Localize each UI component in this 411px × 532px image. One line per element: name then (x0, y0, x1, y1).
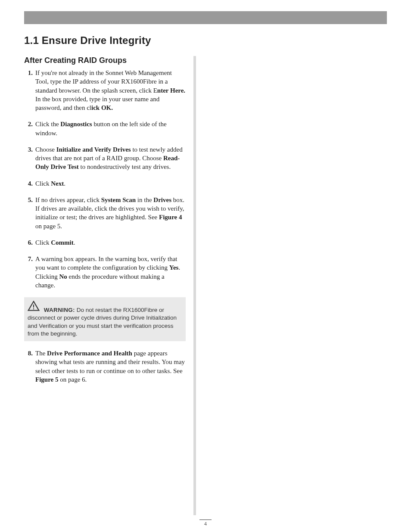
step-number: 6. (24, 238, 34, 247)
step-bold: System Scan (101, 196, 136, 203)
section-title: 1.1 Ensure Drive Integrity (24, 34, 387, 47)
step-bold: ick OK. (91, 104, 113, 111)
step-text: Click the (35, 121, 60, 128)
step-bold: Figure 5 (35, 376, 58, 383)
step-text: to nondestructively test any drives. (79, 163, 171, 170)
step-text: in the (136, 196, 153, 203)
step-bold: nter Here. (157, 87, 185, 94)
warning-box: WARNING: Do not restart the RX1600Fibre … (24, 297, 186, 341)
step-body: If no drives appear, click System Scan i… (35, 196, 186, 230)
step-body: The Drive Performance and Health page ap… (35, 349, 186, 384)
step-text: on page 6. (58, 376, 87, 383)
step-bold: Next (51, 180, 64, 187)
step-1: 1. If you're not already in the Sonnet W… (24, 68, 186, 112)
page: 1.1 Ensure Drive Integrity After Creatin… (0, 0, 411, 532)
step-text: If you're not already in the Sonnet Web … (35, 69, 172, 94)
steps-list: 1. If you're not already in the Sonnet W… (24, 68, 186, 289)
step-7: 7. A warning box appears. In the warning… (24, 255, 186, 289)
step-number: 1. (24, 68, 34, 112)
page-number: 4 (0, 520, 411, 526)
step-body: Click Next. (35, 179, 186, 188)
step-text: If no drives appear, click (35, 196, 101, 203)
step-body: Choose Initialize and Verify Drives to t… (35, 145, 186, 171)
step-body: A warning box appears. In the warning bo… (35, 255, 186, 289)
step-text: Click (35, 239, 51, 246)
warning-icon (28, 301, 40, 313)
svg-point-3 (33, 308, 34, 309)
step-body: Click the Diagnostics button on the left… (35, 120, 186, 137)
step-number: 4. (24, 179, 34, 188)
step-bold: Drives (153, 196, 171, 203)
warning-label: WARNING: (44, 307, 75, 313)
steps-list-cont: 8. The Drive Performance and Health page… (24, 349, 186, 384)
step-4: 4. Click Next. (24, 179, 186, 188)
step-text: . (64, 180, 65, 187)
step-text: The (35, 350, 47, 357)
step-5: 5. If no drives appear, click System Sca… (24, 196, 186, 230)
step-bold: Yes (169, 264, 179, 271)
step-number: 3. (24, 145, 34, 171)
subsection-title: After Creating RAID Groups (24, 56, 186, 65)
step-text: Click (35, 180, 51, 187)
step-text: Choose (35, 146, 56, 153)
left-column: After Creating RAID Groups 1. If you're … (24, 56, 193, 515)
step-6: 6. Click Commit. (24, 238, 186, 247)
step-bold: No (59, 273, 67, 280)
step-number: 7. (24, 255, 34, 289)
step-bold: Drive Performance and Health (47, 350, 132, 357)
page-number-value: 4 (204, 521, 207, 526)
step-text: on page 5. (35, 223, 62, 230)
step-text: . (74, 239, 75, 246)
step-number: 5. (24, 196, 34, 230)
step-number: 2. (24, 120, 34, 137)
column-divider (193, 56, 196, 515)
step-body: If you're not already in the Sonnet Web … (35, 68, 186, 112)
step-2: 2. Click the Diagnostics button on the l… (24, 120, 186, 137)
step-bold: Initialize and Verify Drives (56, 146, 131, 153)
header-bar (24, 11, 387, 24)
step-text: A warning box appears. In the warning bo… (35, 255, 177, 271)
content-columns: After Creating RAID Groups 1. If you're … (24, 56, 387, 515)
step-bold: Figure 4 (159, 214, 182, 221)
step-bold: Diagnostics (60, 121, 92, 128)
step-3: 3. Choose Initialize and Verify Drives t… (24, 145, 186, 171)
step-8: 8. The Drive Performance and Health page… (24, 349, 186, 384)
page-number-rule (199, 520, 212, 520)
step-bold: Commit (51, 239, 74, 246)
step-body: Click Commit. (35, 238, 186, 247)
step-number: 8. (24, 349, 34, 384)
